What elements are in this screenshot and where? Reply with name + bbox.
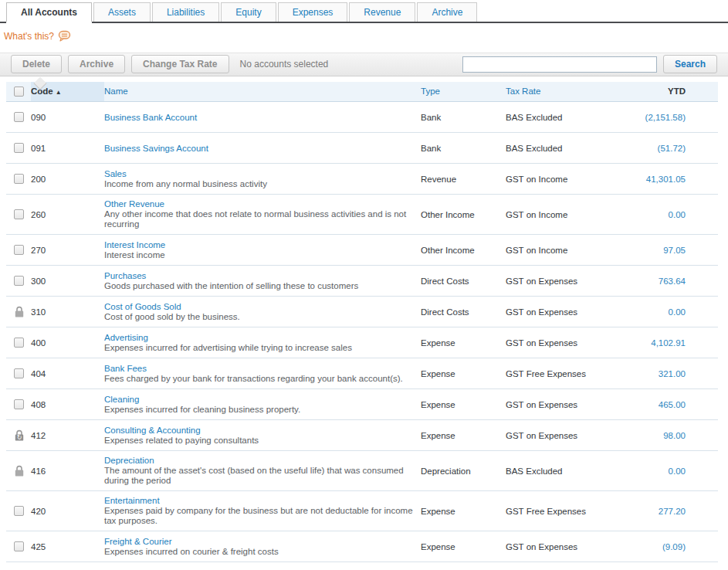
account-name-link[interactable]: Depreciation <box>104 456 154 465</box>
account-name-cell: Interest IncomeInterest income <box>104 235 421 266</box>
tab-equity[interactable]: Equity <box>221 2 276 22</box>
account-checkbox[interactable] <box>14 368 24 378</box>
account-checkbox[interactable] <box>14 174 24 184</box>
account-ytd-link[interactable]: 4,102.91 <box>651 338 686 348</box>
account-checkbox[interactable] <box>14 143 24 153</box>
account-ytd-link[interactable]: (51.72) <box>658 144 686 153</box>
account-name-cell: SalesIncome from any normal business act… <box>104 164 421 195</box>
tab-all-accounts[interactable]: All Accounts <box>6 2 92 22</box>
account-name-link[interactable]: Consulting & Accounting <box>104 426 201 435</box>
account-name-cell: Bank FeesFees charged by your bank for t… <box>104 358 421 389</box>
account-name-link[interactable]: Business Savings Account <box>104 144 208 153</box>
account-ytd-link[interactable]: 277.20 <box>659 507 686 516</box>
sort-ascending-icon: ▲ <box>56 89 62 96</box>
tab-archive[interactable]: Archive <box>417 2 477 22</box>
account-row: 091Business Savings AccountBankBAS Exclu… <box>6 133 718 164</box>
account-name-link[interactable]: Cost of Goods Sold <box>104 302 181 311</box>
account-type: Expense <box>421 327 506 358</box>
account-code-cell: 412 <box>31 420 104 451</box>
tab-expenses[interactable]: Expenses <box>278 2 348 22</box>
account-code-cell: 404 <box>31 358 104 389</box>
column-header-type[interactable]: Type <box>421 82 506 102</box>
archive-button[interactable]: Archive <box>68 55 125 73</box>
account-code: 270 <box>31 246 46 255</box>
tab-revenue[interactable]: Revenue <box>349 2 415 22</box>
account-name-cell: Business Bank Account <box>104 102 421 133</box>
account-name-link[interactable]: Sales <box>104 169 127 178</box>
account-ytd-link[interactable]: 41,301.05 <box>646 175 686 184</box>
account-ytd-link[interactable]: 465.00 <box>659 400 686 409</box>
account-checkbox[interactable] <box>14 338 24 348</box>
account-description: The amount of the asset's cost (based on… <box>104 466 421 486</box>
tab-assets[interactable]: Assets <box>93 2 151 22</box>
account-code: 416 <box>31 467 46 476</box>
change-tax-rate-button[interactable]: Change Tax Rate <box>131 55 229 73</box>
account-select-cell <box>6 235 31 266</box>
account-tax-rate: GST on Expenses <box>506 531 621 562</box>
account-select-cell <box>6 102 31 133</box>
account-ytd-link[interactable]: 0.00 <box>669 307 686 317</box>
account-select-cell: ↻ <box>6 420 31 451</box>
account-description: Income from any normal business activity <box>104 179 421 189</box>
account-code: 300 <box>31 277 46 286</box>
account-ytd-cell: 465.00 <box>621 389 718 420</box>
tab-liabilities[interactable]: Liabilities <box>152 2 219 22</box>
select-all-checkbox[interactable] <box>14 87 24 97</box>
account-checkbox[interactable] <box>14 112 24 122</box>
account-select-cell <box>6 491 31 531</box>
account-ytd-link[interactable]: 321.00 <box>659 369 686 378</box>
account-code-cell: 408 <box>31 389 104 420</box>
account-type: Expense <box>421 531 506 562</box>
account-ytd-cell: 41,301.05 <box>621 164 718 195</box>
account-type: Direct Costs <box>421 297 506 327</box>
account-name-link[interactable]: Bank Fees <box>104 364 147 373</box>
account-code: 260 <box>31 210 46 219</box>
account-checkbox[interactable] <box>14 506 24 516</box>
account-name-link[interactable]: Business Bank Account <box>104 113 197 122</box>
account-ytd-link[interactable]: (9.09) <box>662 542 686 551</box>
account-ytd-cell: 763.64 <box>621 266 718 297</box>
account-name-link[interactable]: Other Revenue <box>104 199 164 209</box>
account-row: ↻412Consulting & AccountingExpenses rela… <box>6 420 718 451</box>
accounts-table: Code▲ Name Type Tax Rate YTD 090Business… <box>6 82 718 563</box>
whats-this-link[interactable]: What's this? <box>4 30 71 42</box>
account-checkbox[interactable] <box>14 541 24 551</box>
column-header-name[interactable]: Name <box>104 82 421 102</box>
account-name-link[interactable]: Purchases <box>104 271 146 280</box>
account-description: Cost of good sold by the business. <box>104 312 421 322</box>
account-ytd-link[interactable]: 763.64 <box>659 277 686 286</box>
search-button[interactable]: Search <box>663 55 717 73</box>
whats-this-label: What's this? <box>4 31 54 42</box>
account-row: 090Business Bank AccountBankBAS Excluded… <box>6 102 718 133</box>
account-ytd-cell: 0.00 <box>621 297 718 327</box>
account-select-cell <box>6 164 31 195</box>
account-type: Expense <box>421 358 506 389</box>
account-ytd-link[interactable]: 97.05 <box>663 246 686 255</box>
account-ytd-link[interactable]: 0.00 <box>669 210 686 219</box>
account-checkbox[interactable] <box>14 276 24 286</box>
account-checkbox[interactable] <box>14 245 24 255</box>
account-description: Fees charged by your bank for transactio… <box>104 374 421 384</box>
account-type: Other Income <box>421 235 506 266</box>
account-code: 425 <box>31 542 46 551</box>
account-name-link[interactable]: Entertainment <box>104 496 160 505</box>
account-ytd-link[interactable]: 0.00 <box>669 467 686 476</box>
account-ytd-link[interactable]: (2,151.58) <box>645 113 686 122</box>
delete-button[interactable]: Delete <box>11 55 62 73</box>
accounts-table-body: 090Business Bank AccountBankBAS Excluded… <box>6 102 718 562</box>
account-type: Revenue <box>421 164 506 195</box>
account-name-link[interactable]: Advertising <box>104 333 148 342</box>
account-checkbox[interactable] <box>14 399 24 409</box>
search-input[interactable] <box>462 56 657 73</box>
account-name-link[interactable]: Interest Income <box>104 240 165 249</box>
column-header-tax-rate[interactable]: Tax Rate <box>506 82 621 102</box>
account-ytd-link[interactable]: 98.00 <box>663 431 686 440</box>
account-name-link[interactable]: Freight & Courier <box>104 537 172 546</box>
account-checkbox[interactable] <box>14 209 24 219</box>
account-name-cell: CleaningExpenses incurred for cleaning b… <box>104 389 421 420</box>
account-tax-rate: GST Free Expenses <box>506 358 621 389</box>
account-name-link[interactable]: Cleaning <box>104 395 139 404</box>
account-select-cell <box>6 531 31 562</box>
account-row: 420EntertainmentExpenses paid by company… <box>6 491 718 531</box>
account-row: 404Bank FeesFees charged by your bank fo… <box>6 358 718 389</box>
